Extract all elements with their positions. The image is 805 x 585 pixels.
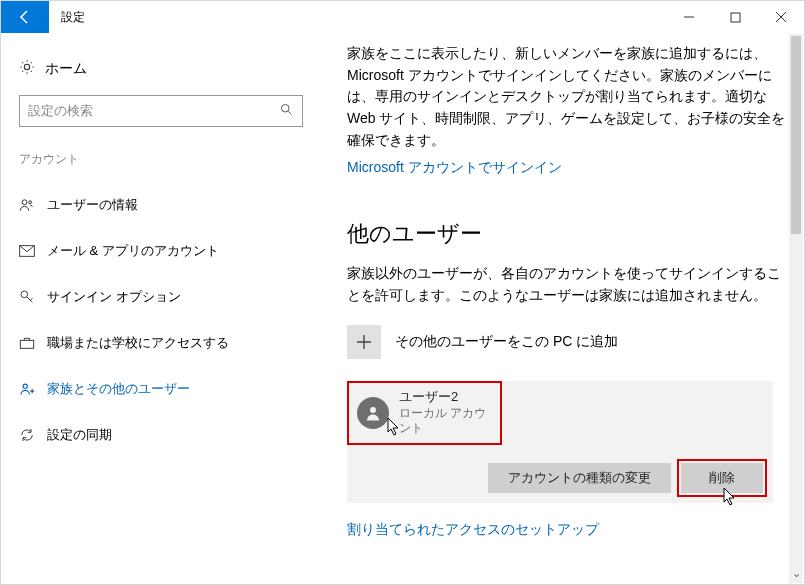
people-icon (19, 382, 47, 396)
user-account-type: ローカル アカウント (399, 406, 492, 437)
other-users-heading: 他のユーザー (347, 219, 786, 249)
change-account-type-button[interactable]: アカウントの種類の変更 (488, 463, 671, 493)
sidebar-item-label: メール & アプリのアカウント (47, 242, 219, 260)
user-name: ユーザー2 (399, 389, 492, 406)
mail-icon (19, 245, 47, 257)
add-other-user-label: その他のユーザーをこの PC に追加 (395, 333, 618, 351)
settings-search-input[interactable]: 設定の検索 (19, 95, 303, 127)
plus-icon (347, 325, 381, 359)
sidebar-section-label: アカウント (19, 151, 303, 168)
svg-rect-6 (20, 340, 33, 348)
sidebar-item-label: 職場または学校にアクセスする (47, 334, 229, 352)
delete-user-button[interactable]: 削除 (681, 463, 763, 493)
svg-point-2 (22, 200, 27, 205)
briefcase-icon (19, 336, 47, 350)
user-account-row[interactable]: ユーザー2 ローカル アカウント (347, 381, 502, 445)
svg-point-8 (370, 407, 376, 413)
assigned-access-link[interactable]: 割り当てられたアクセスのセットアップ (347, 521, 599, 539)
other-users-description: 家族以外のユーザーが、各自のアカウントを使ってサインインすることを許可します。こ… (347, 263, 786, 306)
sidebar-item-email-accounts[interactable]: メール & アプリのアカウント (19, 228, 303, 274)
window-title: 設定 (49, 1, 85, 33)
sidebar-item-work-school[interactable]: 職場または学校にアクセスする (19, 320, 303, 366)
search-placeholder: 設定の検索 (28, 102, 279, 120)
sidebar-item-label: ユーザーの情報 (47, 196, 138, 214)
scrollbar-thumb[interactable] (791, 36, 801, 234)
ms-account-signin-link[interactable]: Microsoft アカウントでサインイン (347, 159, 562, 175)
search-icon (279, 102, 294, 120)
svg-point-7 (23, 384, 27, 388)
svg-point-5 (21, 291, 28, 298)
sidebar-item-label: 設定の同期 (47, 426, 112, 444)
key-icon (19, 289, 47, 305)
svg-rect-0 (731, 13, 740, 22)
svg-point-1 (282, 105, 290, 113)
gear-icon (19, 59, 45, 79)
sidebar-item-sync-settings[interactable]: 設定の同期 (19, 412, 303, 458)
avatar-icon (357, 397, 389, 429)
window-close-button[interactable] (758, 1, 804, 33)
window-minimize-button[interactable] (666, 1, 712, 33)
user-panel: ユーザー2 ローカル アカウント アカウントの種類の変更 削除 (347, 381, 773, 503)
home-nav[interactable]: ホーム (19, 55, 303, 95)
sidebar-item-signin-options[interactable]: サインイン オプション (19, 274, 303, 320)
add-other-user-row[interactable]: その他のユーザーをこの PC に追加 (347, 325, 786, 359)
sync-icon (19, 427, 47, 443)
family-description: 家族をここに表示したり、新しいメンバーを家族に追加するには、Microsoft … (347, 43, 786, 151)
sidebar-item-family-others[interactable]: 家族とその他のユーザー (19, 366, 303, 412)
person-icon (19, 198, 47, 212)
back-button[interactable] (1, 1, 49, 33)
svg-point-3 (29, 201, 32, 204)
sidebar-item-label: 家族とその他のユーザー (47, 380, 190, 398)
sidebar-item-label: サインイン オプション (47, 288, 181, 306)
home-label: ホーム (45, 60, 87, 78)
scroll-down-icon[interactable]: ⌄ (789, 565, 803, 581)
sidebar-item-your-info[interactable]: ユーザーの情報 (19, 182, 303, 228)
vertical-scrollbar[interactable]: ⌄ (789, 34, 803, 583)
window-maximize-button[interactable] (712, 1, 758, 33)
